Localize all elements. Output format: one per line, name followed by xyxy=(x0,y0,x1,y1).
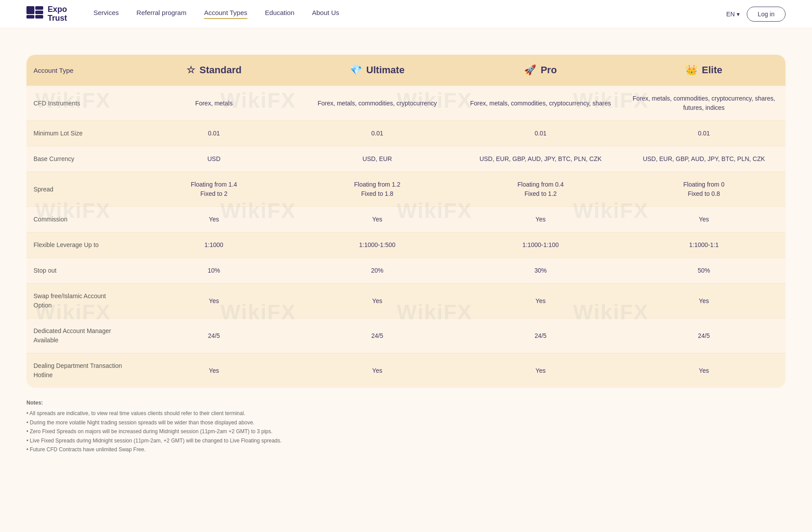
table-row: Dealing Department Transaction Hotline Y… xyxy=(26,353,786,388)
cell-pro: 30% xyxy=(459,258,622,283)
row-label: Minimum Lot Size xyxy=(26,121,132,146)
cell-pro: 24/5 xyxy=(459,318,622,353)
notes-section: Notes: • All spreads are indicative, to … xyxy=(26,388,291,454)
pro-header: 🚀 Pro xyxy=(459,55,622,86)
cell-elite: 1:1000-1:1 xyxy=(622,232,786,258)
cell-standard: 0.01 xyxy=(132,121,296,146)
svg-rect-3 xyxy=(26,15,34,19)
elite-icon: 👑 xyxy=(685,64,697,76)
cell-pro: Yes xyxy=(459,284,622,318)
cell-standard: 1:1000 xyxy=(132,232,296,258)
row-label: Commission xyxy=(26,207,132,232)
cell-pro: Yes xyxy=(459,207,622,232)
table-row: Stop out 10% 20% 30% 50% xyxy=(26,258,786,283)
cell-ultimate: 20% xyxy=(296,258,459,283)
navbar: Expo Trust Services Referral program Acc… xyxy=(0,0,812,28)
cell-standard: Floating from 1.4 Fixed to 2 xyxy=(132,172,296,206)
pro-label: Pro xyxy=(540,64,557,76)
table-row: Flexible Leverage Up to 1:1000 1:1000-1:… xyxy=(26,232,786,258)
cell-standard: Yes xyxy=(132,207,296,232)
cell-elite: Yes xyxy=(622,353,786,388)
cell-elite: Yes xyxy=(622,207,786,232)
svg-rect-4 xyxy=(35,15,43,19)
standard-header: ☆ Standard xyxy=(132,55,296,86)
nav-about[interactable]: About Us xyxy=(312,9,339,19)
table-row: CFD Instruments Forex, metals Forex, met… xyxy=(26,86,786,120)
standard-label: Standard xyxy=(200,64,242,76)
nav-right: EN ▾ Log in xyxy=(726,7,786,22)
account-types-table: Account Type ☆ Standard 💎 Ultimate 🚀 Pro… xyxy=(26,55,786,388)
language-button[interactable]: EN ▾ xyxy=(726,11,739,18)
svg-rect-1 xyxy=(35,6,43,10)
row-label: Spread xyxy=(26,172,132,206)
cell-standard: Yes xyxy=(132,284,296,318)
table-row: Base Currency USD USD, EUR USD, EUR, GBP… xyxy=(26,146,786,172)
cell-elite: USD, EUR, GBP, AUD, JPY, BTC, PLN, CZK xyxy=(622,146,786,172)
table-row: Spread Floating from 1.4 Fixed to 2 Floa… xyxy=(26,172,786,206)
language-label: EN xyxy=(726,11,734,18)
cell-ultimate: USD, EUR xyxy=(296,146,459,172)
cell-ultimate: 24/5 xyxy=(296,318,459,353)
notes-line-0: • All spreads are indicative, to view re… xyxy=(26,409,291,418)
cell-ultimate: Forex, metals, commodities, cryptocurren… xyxy=(296,86,459,120)
cell-ultimate: Yes xyxy=(296,284,459,318)
cell-ultimate: Floating from 1.2 Fixed to 1.8 xyxy=(296,172,459,206)
account-type-header: Account Type xyxy=(26,55,132,86)
cell-standard: Forex, metals xyxy=(132,86,296,120)
nav-services[interactable]: Services xyxy=(93,9,119,19)
cell-elite: 24/5 xyxy=(622,318,786,353)
table-row: Swap free/Islamic Account Option Yes Yes… xyxy=(26,283,786,318)
nav-referral[interactable]: Referral program xyxy=(137,9,186,19)
logo-text: Expo Trust xyxy=(48,5,67,23)
cell-elite: 50% xyxy=(622,258,786,283)
cell-elite: 0.01 xyxy=(622,121,786,146)
cell-standard: 10% xyxy=(132,258,296,283)
row-label: Flexible Leverage Up to xyxy=(26,232,132,258)
cell-elite: Yes xyxy=(622,284,786,318)
cell-ultimate: 1:1000-1:500 xyxy=(296,232,459,258)
notes-title: Notes: xyxy=(26,398,291,407)
elite-header: 👑 Elite xyxy=(622,55,786,86)
nav-account-types[interactable]: Account Types xyxy=(204,9,247,19)
row-label: Dealing Department Transaction Hotline xyxy=(26,353,132,388)
cell-elite: Floating from 0 Fixed to 0.8 xyxy=(622,172,786,206)
cell-standard: Yes xyxy=(132,353,296,388)
row-label: Stop out xyxy=(26,258,132,283)
notes-line-4: • Future CFD Contracts have unlimited Sw… xyxy=(26,445,291,454)
nav-education[interactable]: Education xyxy=(265,9,294,19)
cell-pro: USD, EUR, GBP, AUD, JPY, BTC, PLN, CZK xyxy=(459,146,622,172)
cell-ultimate: Yes xyxy=(296,353,459,388)
row-label: Base Currency xyxy=(26,146,132,172)
chevron-down-icon: ▾ xyxy=(737,11,740,18)
cell-pro: 0.01 xyxy=(459,121,622,146)
cell-pro: 1:1000-1:100 xyxy=(459,232,622,258)
standard-icon: ☆ xyxy=(186,64,195,76)
svg-rect-2 xyxy=(35,11,43,14)
main-content: Account Type ☆ Standard 💎 Ultimate 🚀 Pro… xyxy=(0,28,812,472)
ultimate-label: Ultimate xyxy=(366,64,405,76)
cell-pro: Forex, metals, commodities, cryptocurren… xyxy=(459,86,622,120)
row-label: Dedicated Account Manager Available xyxy=(26,318,132,353)
notes-line-2: • Zero Fixed Spreads on majors will be i… xyxy=(26,427,291,436)
table-row: Commission Yes Yes Yes Yes xyxy=(26,206,786,232)
login-button[interactable]: Log in xyxy=(747,7,786,22)
table-body: CFD Instruments Forex, metals Forex, met… xyxy=(26,86,786,388)
svg-rect-0 xyxy=(26,6,34,14)
table-row: Dedicated Account Manager Available 24/5… xyxy=(26,318,786,353)
table-header: Account Type ☆ Standard 💎 Ultimate 🚀 Pro… xyxy=(26,55,786,86)
elite-label: Elite xyxy=(702,64,722,76)
cell-standard: USD xyxy=(132,146,296,172)
ultimate-icon: 💎 xyxy=(350,64,362,76)
cell-ultimate: 0.01 xyxy=(296,121,459,146)
table-row: Minimum Lot Size 0.01 0.01 0.01 0.01 xyxy=(26,120,786,146)
cell-pro: Floating from 0.4 Fixed to 1.2 xyxy=(459,172,622,206)
logo[interactable]: Expo Trust xyxy=(26,5,67,23)
row-label: CFD Instruments xyxy=(26,86,132,120)
pro-icon: 🚀 xyxy=(524,64,536,76)
row-label: Swap free/Islamic Account Option xyxy=(26,284,132,318)
nav-links: Services Referral program Account Types … xyxy=(93,9,726,19)
cell-pro: Yes xyxy=(459,353,622,388)
cell-standard: 24/5 xyxy=(132,318,296,353)
ultimate-header: 💎 Ultimate xyxy=(296,55,459,86)
notes-line-3: • Live Fixed Spreads during Midnight ses… xyxy=(26,436,291,445)
